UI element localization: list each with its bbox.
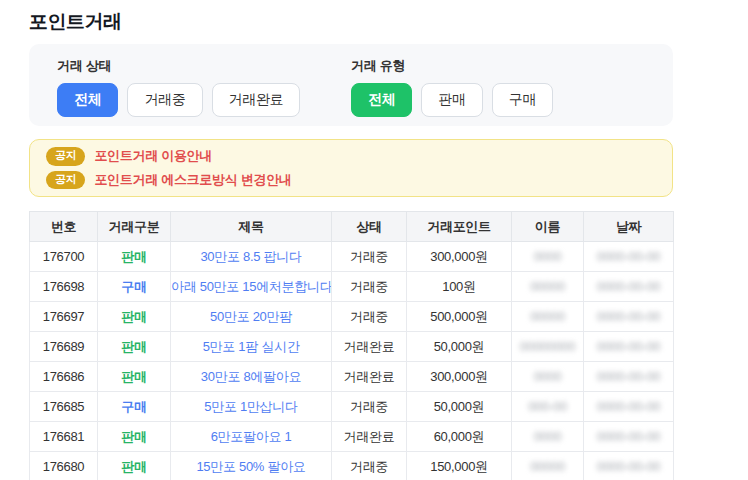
row-no: 176697 [30, 302, 98, 332]
row-date-masked: 0000-00-00 [584, 332, 674, 362]
table-body: 176700판매30만포 8.5 팝니다거래중300,000원00000000-… [30, 242, 674, 480]
row-no: 176681 [30, 422, 98, 452]
row-type: 구매 [98, 392, 171, 422]
filter-group-type: 거래 유형 전체 판매 구매 [351, 57, 645, 111]
row-date-masked: 0000-00-00 [584, 242, 674, 272]
row-title-link[interactable]: 아래 50만포 15에처분합니다 [171, 272, 332, 302]
header-no: 번호 [30, 212, 98, 242]
row-points: 500,000원 [407, 302, 512, 332]
row-title-link[interactable]: 5만포 1만삽니다 [171, 392, 332, 422]
row-status: 거래중 [332, 392, 407, 422]
notice-card: 공지 포인트거래 이용안내 공지 포인트거래 에스크로방식 변경안내 [29, 139, 673, 197]
filter-type-buy-button[interactable]: 구매 [492, 83, 553, 117]
row-status: 거래완료 [332, 422, 407, 452]
trade-table: 번호 거래구분 제목 상태 거래포인트 이름 날짜 176700판매30만포 8… [29, 211, 674, 480]
row-name-masked: 0000 [512, 242, 584, 272]
table-row: 176685구매5만포 1만삽니다거래중50,000원000-000000-00… [30, 392, 674, 422]
row-name-masked: 00000 [512, 302, 584, 332]
header-date: 날짜 [584, 212, 674, 242]
row-date-masked: 0000-00-00 [584, 392, 674, 422]
notice-badge: 공지 [46, 171, 85, 189]
filter-status-buttons: 전체 거래중 거래완료 [57, 83, 351, 117]
row-date-masked: 0000-00-00 [584, 362, 674, 392]
row-name-masked: 00000 [512, 452, 584, 480]
notice-badge: 공지 [46, 147, 85, 165]
row-type: 판매 [98, 302, 171, 332]
row-name-masked: 0000 [512, 422, 584, 452]
row-type: 판매 [98, 452, 171, 480]
filter-card: 거래 상태 전체 거래중 거래완료 거래 유형 전체 판매 구매 [29, 44, 673, 126]
row-no: 176686 [30, 362, 98, 392]
table-row: 176700판매30만포 8.5 팝니다거래중300,000원00000000-… [30, 242, 674, 272]
content-area: 포인트거래 거래 상태 전체 거래중 거래완료 거래 유형 전체 판매 구매 공… [29, 0, 673, 480]
filter-status-label: 거래 상태 [57, 57, 351, 75]
row-title-link[interactable]: 30만포 8.5 팝니다 [171, 242, 332, 272]
row-title-link[interactable]: 30만포 8에팔아요 [171, 362, 332, 392]
row-points: 60,000원 [407, 422, 512, 452]
notice-link[interactable]: 공지 포인트거래 에스크로방식 변경안내 [46, 171, 656, 189]
filter-status-completed-button[interactable]: 거래완료 [212, 83, 301, 117]
table-row: 176686판매30만포 8에팔아요거래완료300,000원00000000-0… [30, 362, 674, 392]
row-date-masked: 0000-00-00 [584, 452, 674, 480]
row-points: 300,000원 [407, 242, 512, 272]
row-type: 판매 [98, 242, 171, 272]
row-type: 판매 [98, 422, 171, 452]
table-row: 176689판매5만포 1팜 실시간거래완료50,000원00000000000… [30, 332, 674, 362]
header-title: 제목 [171, 212, 332, 242]
row-no: 176698 [30, 272, 98, 302]
row-status: 거래완료 [332, 362, 407, 392]
header-points: 거래포인트 [407, 212, 512, 242]
table-row: 176680판매15만포 50% 팔아요거래중150,000원000000000… [30, 452, 674, 480]
filter-group-status: 거래 상태 전체 거래중 거래완료 [57, 57, 351, 111]
notice-text: 포인트거래 이용안내 [94, 147, 212, 165]
notice-link[interactable]: 공지 포인트거래 이용안내 [46, 147, 656, 165]
row-status: 거래중 [332, 452, 407, 480]
row-points: 50,000원 [407, 392, 512, 422]
filter-status-all-button[interactable]: 전체 [57, 83, 118, 117]
table-row: 176698구매아래 50만포 15에처분합니다거래중100원000000000… [30, 272, 674, 302]
row-no: 176685 [30, 392, 98, 422]
row-name-masked: 0000 [512, 362, 584, 392]
table-header-row: 번호 거래구분 제목 상태 거래포인트 이름 날짜 [30, 212, 674, 242]
header-status: 상태 [332, 212, 407, 242]
row-date-masked: 0000-00-00 [584, 272, 674, 302]
row-points: 100원 [407, 272, 512, 302]
row-status: 거래중 [332, 302, 407, 332]
row-title-link[interactable]: 6만포팔아요 1 [171, 422, 332, 452]
row-type: 구매 [98, 272, 171, 302]
filter-type-buttons: 전체 판매 구매 [351, 83, 645, 117]
row-date-masked: 0000-00-00 [584, 422, 674, 452]
row-name-masked: 00000 [512, 272, 584, 302]
filter-status-trading-button[interactable]: 거래중 [127, 83, 202, 117]
page-title: 포인트거래 [29, 0, 673, 35]
row-points: 50,000원 [407, 332, 512, 362]
header-name: 이름 [512, 212, 584, 242]
filter-type-sell-button[interactable]: 판매 [421, 83, 482, 117]
row-title-link[interactable]: 15만포 50% 팔아요 [171, 452, 332, 480]
row-name-masked: 00000000 [512, 332, 584, 362]
row-status: 거래중 [332, 272, 407, 302]
row-no: 176689 [30, 332, 98, 362]
row-type: 판매 [98, 332, 171, 362]
row-points: 150,000원 [407, 452, 512, 480]
table-row: 176697판매50만포 20만팜거래중500,000원000000000-00… [30, 302, 674, 332]
table-row: 176681판매6만포팔아요 1거래완료60,000원00000000-00-0… [30, 422, 674, 452]
row-title-link[interactable]: 50만포 20만팜 [171, 302, 332, 332]
row-name-masked: 000-00 [512, 392, 584, 422]
row-no: 176700 [30, 242, 98, 272]
row-no: 176680 [30, 452, 98, 480]
row-date-masked: 0000-00-00 [584, 302, 674, 332]
row-type: 판매 [98, 362, 171, 392]
filter-type-all-button[interactable]: 전체 [351, 83, 412, 117]
row-status: 거래중 [332, 242, 407, 272]
notice-text: 포인트거래 에스크로방식 변경안내 [94, 171, 291, 189]
row-points: 300,000원 [407, 362, 512, 392]
row-title-link[interactable]: 5만포 1팜 실시간 [171, 332, 332, 362]
header-type: 거래구분 [98, 212, 171, 242]
filter-type-label: 거래 유형 [351, 57, 645, 75]
row-status: 거래완료 [332, 332, 407, 362]
